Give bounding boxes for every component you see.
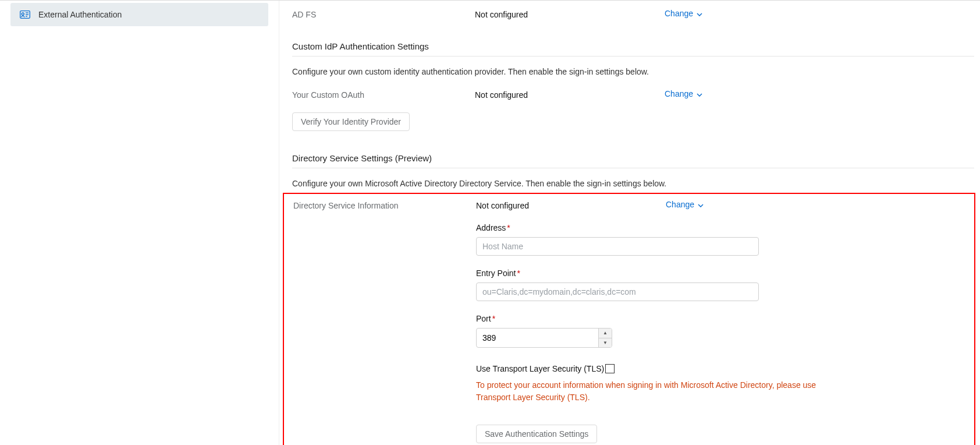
chevron-down-icon — [697, 89, 702, 98]
sidebar: External Authentication — [0, 1, 279, 445]
tls-checkbox[interactable] — [605, 364, 615, 373]
app-root: External Authentication AD FS Not config… — [0, 0, 980, 445]
adfs-change-link[interactable]: Change — [665, 9, 702, 18]
label-text: Address — [476, 223, 506, 232]
port-stepper[interactable]: ▲ ▼ — [476, 328, 612, 348]
directory-heading: Directory Service Settings (Preview) — [279, 153, 980, 163]
id-card-icon — [20, 10, 30, 19]
custom-oauth-row: Your Custom OAuth Not configured Change — [279, 89, 980, 100]
tls-row: Use Transport Layer Security (TLS) — [476, 364, 848, 373]
custom-oauth-status: Not configured — [475, 89, 665, 100]
adfs-row: AD FS Not configured Change — [279, 9, 980, 19]
divider — [292, 56, 974, 56]
required-marker: * — [517, 269, 520, 278]
directory-change-link[interactable]: Change — [666, 200, 704, 209]
main-content: AD FS Not configured Change Custom IdP A… — [279, 1, 980, 445]
directory-info-row: Directory Service Information Not config… — [284, 200, 974, 210]
link-label: Change — [665, 89, 693, 98]
adfs-label: AD FS — [292, 9, 475, 19]
directory-description: Configure your own Microsoft Active Dire… — [279, 179, 980, 188]
link-label: Change — [666, 200, 694, 209]
required-marker: * — [492, 314, 495, 323]
address-input[interactable] — [476, 237, 759, 256]
divider — [292, 168, 974, 168]
label-text: Port — [476, 314, 491, 323]
directory-info-status: Not configured — [476, 200, 666, 210]
port-label: Port* — [476, 314, 848, 323]
port-input[interactable] — [477, 329, 598, 347]
chevron-down-icon — [698, 200, 704, 209]
custom-idp-heading: Custom IdP Authentication Settings — [279, 41, 980, 51]
required-marker: * — [507, 223, 510, 232]
directory-info-label: Directory Service Information — [293, 200, 476, 210]
sidebar-item-external-authentication[interactable]: External Authentication — [10, 3, 268, 26]
adfs-status: Not configured — [475, 9, 665, 19]
directory-form: Address* Entry Point* Port* ▲ ▼ — [476, 223, 848, 443]
entry-point-input[interactable] — [476, 282, 759, 301]
stepper-controls: ▲ ▼ — [598, 329, 612, 347]
address-label: Address* — [476, 223, 848, 232]
step-down-button[interactable]: ▼ — [599, 338, 612, 348]
chevron-down-icon — [697, 9, 702, 18]
link-label: Change — [665, 9, 693, 18]
tls-warning: To protect your account information when… — [476, 379, 825, 404]
entry-point-label: Entry Point* — [476, 269, 848, 278]
custom-oauth-label: Your Custom OAuth — [292, 89, 475, 100]
save-auth-settings-button[interactable]: Save Authentication Settings — [476, 425, 597, 443]
step-up-button[interactable]: ▲ — [599, 329, 612, 338]
sidebar-item-label: External Authentication — [38, 10, 122, 19]
custom-idp-description: Configure your own custom identity authe… — [279, 67, 980, 76]
custom-oauth-change-link[interactable]: Change — [665, 89, 702, 98]
label-text: Entry Point — [476, 269, 516, 278]
verify-idp-button[interactable]: Verify Your Identity Provider — [292, 112, 410, 131]
directory-highlight-box: Directory Service Information Not config… — [283, 193, 975, 445]
tls-label: Use Transport Layer Security (TLS) — [476, 364, 604, 373]
svg-point-1 — [22, 13, 24, 15]
